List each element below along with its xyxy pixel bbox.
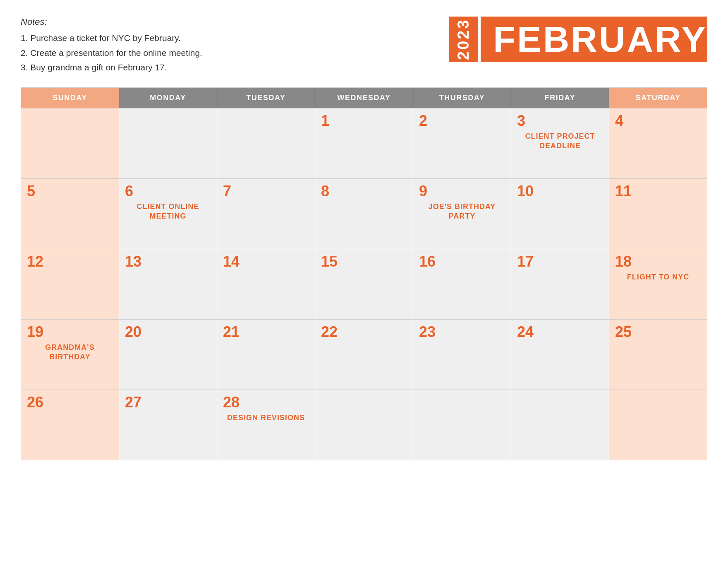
- note-item: 3. Buy grandma a gift on February 17.: [21, 60, 202, 75]
- day-number: 22: [321, 325, 407, 339]
- top-section: Notes: 1. Purchase a ticket for NYC by F…: [21, 17, 707, 75]
- calendar-cell: 6CLIENT ONLINE MEETING: [119, 179, 217, 249]
- calendar-cell: 24: [511, 320, 609, 390]
- weekday-header-monday: MONDAY: [119, 88, 217, 108]
- year-badge: 2023: [449, 17, 478, 62]
- day-number: 20: [125, 325, 211, 339]
- calendar-header-row: SUNDAYMONDAYTUESDAYWEDNESDAYTHURSDAYFRID…: [21, 88, 707, 108]
- event-label: CLIENT ONLINE MEETING: [125, 202, 211, 221]
- day-number: 11: [615, 184, 701, 199]
- calendar-cell: 12: [21, 249, 119, 320]
- weekday-header-sunday: SUNDAY: [21, 88, 119, 108]
- calendar-table: SUNDAYMONDAYTUESDAYWEDNESDAYTHURSDAYFRID…: [21, 87, 707, 460]
- day-number: 27: [125, 395, 211, 410]
- day-number: 18: [615, 254, 701, 269]
- day-number: 19: [27, 325, 113, 339]
- day-number: 23: [419, 325, 505, 339]
- day-number: 17: [517, 254, 603, 269]
- day-number: 12: [27, 254, 113, 269]
- calendar-cell: 16: [413, 249, 511, 320]
- day-number: 7: [223, 184, 309, 199]
- calendar-cell: [609, 390, 707, 460]
- calendar-cell: 23: [413, 320, 511, 390]
- event-label: JOE'S BIRTHDAY PARTY: [419, 202, 505, 221]
- day-number: 3: [517, 113, 603, 128]
- day-number: 15: [321, 254, 407, 269]
- calendar-body: 123CLIENT PROJECT DEADLINE456CLIENT ONLI…: [21, 108, 707, 460]
- calendar-cell: 3CLIENT PROJECT DEADLINE: [511, 108, 609, 179]
- calendar-cell: 7: [217, 179, 315, 249]
- note-item: 1. Purchase a ticket for NYC by February…: [21, 31, 202, 46]
- calendar-cell: 19GRANDMA'S BIRTHDAY: [21, 320, 119, 390]
- day-number: 21: [223, 325, 309, 339]
- calendar-cell: 8: [315, 179, 413, 249]
- calendar-cell: 4: [609, 108, 707, 179]
- calendar-cell: 20: [119, 320, 217, 390]
- calendar-week-3: 12131415161718FLIGHT TO NYC: [21, 249, 707, 320]
- day-number: 28: [223, 395, 309, 410]
- calendar-cell: [217, 108, 315, 179]
- calendar-cell: 13: [119, 249, 217, 320]
- day-number: 13: [125, 254, 211, 269]
- calendar-cell: 9JOE'S BIRTHDAY PARTY: [413, 179, 511, 249]
- day-number: 6: [125, 184, 211, 199]
- weekday-header-tuesday: TUESDAY: [217, 88, 315, 108]
- event-label: GRANDMA'S BIRTHDAY: [27, 343, 113, 362]
- calendar-week-5: 262728DESIGN REVISIONS: [21, 390, 707, 460]
- day-number: 14: [223, 254, 309, 269]
- month-title: FEBRUARY: [493, 21, 707, 58]
- day-number: 8: [321, 184, 407, 199]
- month-banner: FEBRUARY: [481, 17, 707, 62]
- note-item: 2. Create a presentation for the online …: [21, 46, 202, 60]
- day-number: 4: [615, 113, 701, 128]
- day-number: 25: [615, 325, 701, 339]
- calendar-cell: [119, 108, 217, 179]
- calendar-cell: 15: [315, 249, 413, 320]
- calendar-week-4: 19GRANDMA'S BIRTHDAY202122232425: [21, 320, 707, 390]
- calendar-header: 2023 FEBRUARY: [449, 17, 707, 62]
- day-number: 24: [517, 325, 603, 339]
- calendar-cell: 26: [21, 390, 119, 460]
- calendar-cell: [511, 390, 609, 460]
- notes-title: Notes:: [21, 17, 202, 27]
- calendar-cell: 27: [119, 390, 217, 460]
- calendar-week-2: 56CLIENT ONLINE MEETING789JOE'S BIRTHDAY…: [21, 179, 707, 249]
- calendar-cell: 17: [511, 249, 609, 320]
- day-number: 5: [27, 184, 113, 199]
- notes-section: Notes: 1. Purchase a ticket for NYC by F…: [21, 17, 202, 75]
- day-number: 26: [27, 395, 113, 410]
- calendar-cell: 11: [609, 179, 707, 249]
- calendar-cell: 28DESIGN REVISIONS: [217, 390, 315, 460]
- day-number: 2: [419, 113, 505, 128]
- weekday-header-wednesday: WEDNESDAY: [315, 88, 413, 108]
- calendar-cell: 10: [511, 179, 609, 249]
- notes-list: 1. Purchase a ticket for NYC by February…: [21, 31, 202, 75]
- day-number: 10: [517, 184, 603, 199]
- calendar-week-1: 123CLIENT PROJECT DEADLINE4: [21, 108, 707, 179]
- calendar-cell: [413, 390, 511, 460]
- day-number: 1: [321, 113, 407, 128]
- day-number: 9: [419, 184, 505, 199]
- calendar-cell: 25: [609, 320, 707, 390]
- calendar-cell: [315, 390, 413, 460]
- calendar-cell: 14: [217, 249, 315, 320]
- calendar-cell: 22: [315, 320, 413, 390]
- weekday-header-saturday: SATURDAY: [609, 88, 707, 108]
- event-label: FLIGHT TO NYC: [615, 272, 701, 282]
- day-number: 16: [419, 254, 505, 269]
- event-label: DESIGN REVISIONS: [223, 413, 309, 423]
- weekday-header-friday: FRIDAY: [511, 88, 609, 108]
- calendar-cell: 5: [21, 179, 119, 249]
- calendar-cell: 18FLIGHT TO NYC: [609, 249, 707, 320]
- calendar-cell: 21: [217, 320, 315, 390]
- event-label: CLIENT PROJECT DEADLINE: [517, 132, 603, 151]
- calendar-cell: 2: [413, 108, 511, 179]
- calendar-cell: 1: [315, 108, 413, 179]
- weekday-header-thursday: THURSDAY: [413, 88, 511, 108]
- calendar-cell: [21, 108, 119, 179]
